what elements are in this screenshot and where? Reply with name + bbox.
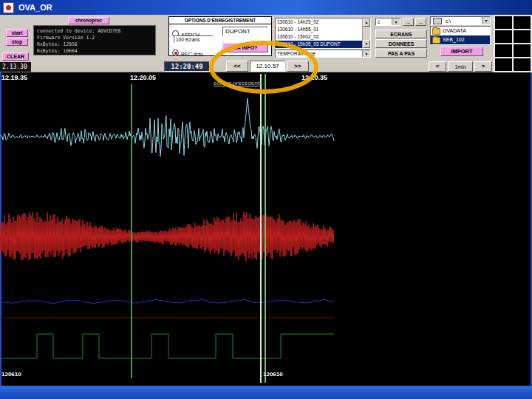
step-back-button[interactable]: <	[429, 61, 446, 72]
patient-name-field[interactable]: DUPONT	[222, 27, 268, 36]
chevron-down-icon[interactable]: ▼	[392, 18, 400, 25]
chevron-down-icon[interactable]: ▼	[362, 50, 370, 57]
trace-events	[0, 334, 334, 358]
date-label-left: 120610	[1, 371, 21, 378]
grid-cell	[495, 30, 512, 43]
data-button[interactable]: DONNEES	[375, 39, 427, 48]
grid-cell	[514, 58, 531, 71]
radio-on-icon[interactable]	[172, 50, 179, 56]
temp-recording-label: TEMPORAIRE de	[276, 51, 362, 56]
elapsed-time-display: 2.13.30	[0, 62, 31, 72]
previous-screens-link[interactable]: écrans précédents	[214, 80, 262, 86]
grid-cell	[514, 16, 531, 29]
start-button[interactable]: start	[6, 29, 28, 37]
current-position-cursor-2	[265, 74, 266, 383]
browse-button-2[interactable]: ...	[415, 18, 426, 26]
date-label-mid: 120610	[263, 371, 283, 378]
drive-combo[interactable]: c:\ ▼	[430, 16, 491, 25]
channel-grid	[494, 15, 532, 72]
scroll-up-icon[interactable]: ▲	[363, 18, 370, 27]
folder-icon	[432, 37, 440, 44]
grid-cell	[495, 16, 512, 29]
rec-radio[interactable]: REC dcto	[172, 46, 203, 59]
temp-recording-combo[interactable]: TEMPORAIRE de ▼	[275, 50, 371, 58]
recording-item[interactable]: 130610 - 14h55_01	[276, 26, 370, 33]
device-console: connected to device: ADVCD7E8 Firmware V…	[33, 25, 156, 55]
folder-item[interactable]: OVADATA	[431, 27, 490, 35]
import-button[interactable]: IMPORT	[440, 47, 483, 56]
time-label-right: 12.20.35	[301, 74, 327, 81]
mini-drive-combo[interactable]: c ▼	[375, 18, 400, 26]
app-icon	[3, 2, 14, 13]
screens-button[interactable]: ECRANS	[375, 30, 427, 38]
next-screen-button[interactable]: >>	[287, 61, 309, 72]
options-title: OPTIONS D'ENREGISTREMENT	[169, 17, 271, 24]
grid-cell	[495, 58, 512, 71]
step-size-field[interactable]: 1min	[448, 61, 473, 72]
title-bar: OVA_OR	[0, 0, 532, 15]
step-forward-button[interactable]: >	[474, 61, 492, 72]
drive-icon	[433, 18, 442, 24]
recording-item[interactable]: 130610 - 14h25_02	[276, 18, 370, 26]
folder-item-selected[interactable]: SEB_102	[431, 35, 490, 44]
console-line: Firmware Version 1.2	[37, 35, 152, 41]
browse-button[interactable]: ...	[403, 18, 414, 26]
console-line: RxBytes: 12956	[37, 41, 152, 48]
grid-cell	[514, 30, 531, 43]
ca-info-button[interactable]: CA INFO?	[222, 43, 268, 52]
nav-time-field[interactable]: 12.10.57	[250, 61, 285, 72]
trace-flow	[0, 299, 334, 304]
current-position-cursor	[260, 74, 262, 383]
stop-button[interactable]: stop	[6, 38, 28, 46]
recordings-list[interactable]: 130610 - 14h25_02 130610 - 14h55_01 1306…	[275, 18, 371, 49]
list-scrollbar[interactable]: ▲ ▼	[362, 18, 370, 48]
time-label-left: 12.19.35	[1, 74, 27, 81]
step-by-step-button[interactable]: PAS A PAS	[375, 49, 427, 58]
chevron-down-icon[interactable]: ▼	[482, 17, 490, 24]
console-line: RxBytes: 10664	[37, 48, 152, 55]
window-title: OVA_OR	[18, 3, 52, 12]
time-cursor-line	[131, 84, 132, 378]
app-window: OVA_OR start stop CLEAR 2.13.30 chronopr…	[0, 0, 532, 399]
chronoproc-button[interactable]: chronoproc	[68, 17, 109, 24]
trace-emg	[0, 212, 334, 262]
scroll-down-icon[interactable]: ▼	[363, 40, 370, 48]
grid-cell	[514, 44, 531, 57]
time-label-mid: 12.20.05	[130, 74, 156, 81]
screen-count-field[interactable]: 100 écrans	[174, 35, 214, 43]
prev-screen-button[interactable]: <<	[226, 61, 248, 72]
grid-cell	[495, 44, 512, 57]
recording-options-panel: OPTIONS D'ENREGISTREMENT AFFICH 100 écra…	[168, 16, 272, 56]
clear-button[interactable]: CLEAR	[2, 52, 29, 61]
recording-item-selected[interactable]: 130610 - 15h35_03 DUPONT	[276, 41, 370, 48]
waveform-canvas	[0, 72, 532, 386]
folder-list[interactable]: OVADATA SEB_102	[430, 26, 491, 45]
console-line: connected to device: ADVCD7E8	[37, 28, 152, 35]
current-time-display: 12:20:49	[164, 61, 210, 72]
recording-item[interactable]: 130610 - 15h02_02	[276, 33, 370, 41]
trace-eeg	[0, 98, 334, 157]
folder-icon	[432, 28, 440, 35]
window-border-bottom	[0, 386, 532, 399]
